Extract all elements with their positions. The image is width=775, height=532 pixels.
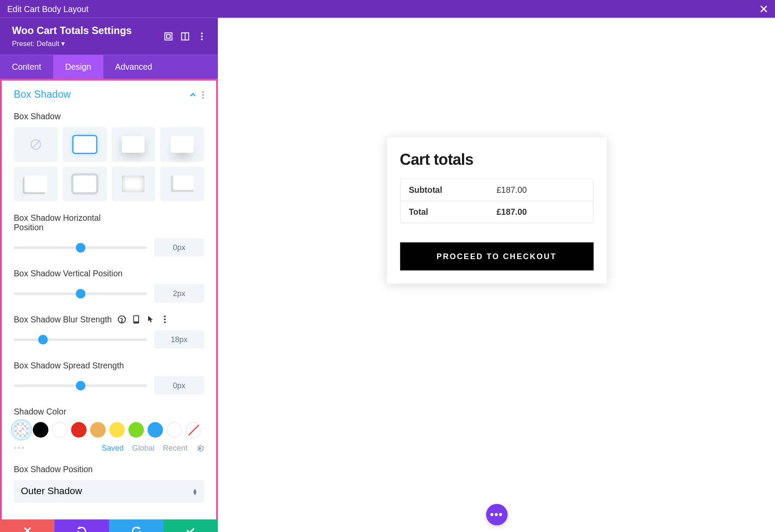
- svg-line-11: [32, 141, 40, 148]
- color-swatch-blue[interactable]: [148, 422, 163, 438]
- color-tab-recent[interactable]: Recent: [163, 444, 187, 453]
- row-value: £187.00: [496, 207, 584, 217]
- cart-title: Cart totals: [400, 151, 593, 169]
- shadow-preset-3[interactable]: [160, 127, 204, 161]
- expand-icon[interactable]: [164, 32, 172, 40]
- sidebar-header: Woo Cart Totals Settings Preset: Default…: [0, 18, 218, 55]
- settings-tabs: Content Design Advanced: [0, 55, 218, 79]
- tab-content[interactable]: Content: [0, 55, 53, 79]
- dots-icon: •••: [490, 508, 503, 521]
- shadow-preset-1[interactable]: [62, 127, 106, 161]
- tab-advanced[interactable]: Advanced: [103, 55, 164, 79]
- select-caret-icon: ▴▾: [193, 488, 197, 495]
- svg-point-18: [164, 322, 166, 323]
- table-row: Subtotal £187.00: [400, 179, 593, 201]
- color-swatch-green[interactable]: [128, 422, 144, 438]
- shadow-preset-2[interactable]: [112, 127, 155, 161]
- blur-value[interactable]: 18px: [154, 330, 205, 349]
- sidebar-title: Woo Cart Totals Settings: [12, 25, 132, 37]
- row-label: Total: [409, 207, 496, 217]
- svg-point-8: [202, 94, 204, 96]
- color-swatch-red[interactable]: [71, 422, 87, 438]
- hover-icon[interactable]: [146, 315, 155, 323]
- spread-label: Box Shadow Spread Strength: [14, 361, 204, 370]
- color-swatch-none[interactable]: [186, 422, 201, 438]
- blur-slider[interactable]: [14, 338, 147, 341]
- kebab-icon[interactable]: [198, 32, 206, 40]
- close-icon: [760, 5, 768, 13]
- undo-icon: [77, 526, 87, 532]
- preview-canvas: Cart totals Subtotal £187.00 Total £187.…: [218, 18, 775, 532]
- color-tab-saved[interactable]: Saved: [102, 444, 124, 453]
- columns-icon[interactable]: [181, 32, 189, 40]
- save-button[interactable]: [164, 520, 218, 532]
- slider-thumb[interactable]: [75, 380, 85, 390]
- shadow-presets-grid: [14, 127, 204, 201]
- color-swatch-black[interactable]: [33, 422, 48, 438]
- cancel-button[interactable]: [0, 520, 55, 532]
- shadow-preset-6[interactable]: [112, 167, 155, 201]
- preset-dropdown[interactable]: Preset: Default ▾: [12, 40, 132, 48]
- tab-design[interactable]: Design: [53, 55, 103, 79]
- svg-point-5: [201, 36, 203, 37]
- spread-value[interactable]: 0px: [154, 376, 205, 395]
- top-bar-title: Edit Cart Body Layout: [7, 4, 89, 14]
- redo-icon: [131, 526, 141, 532]
- color-swatch-white[interactable]: [52, 422, 68, 438]
- position-label: Box Shadow Position: [14, 464, 204, 474]
- undo-button[interactable]: [55, 520, 109, 532]
- vertical-value[interactable]: 2px: [154, 284, 205, 303]
- gear-icon[interactable]: [196, 444, 204, 452]
- svg-point-9: [202, 97, 204, 99]
- row-value: £187.00: [496, 185, 584, 195]
- position-value: Outer Shadow: [21, 486, 82, 497]
- shadow-preset-none[interactable]: [14, 127, 58, 161]
- cart-table: Subtotal £187.00 Total £187.00: [400, 179, 593, 223]
- section-title[interactable]: Box Shadow: [14, 89, 71, 101]
- kebab-icon[interactable]: [161, 315, 169, 323]
- redo-button[interactable]: [109, 520, 164, 532]
- horizontal-label: Box Shadow Horizontal Position: [14, 213, 109, 232]
- horizontal-value[interactable]: 0px: [154, 238, 205, 257]
- color-swatch-orange[interactable]: [90, 422, 105, 438]
- shadow-preset-7[interactable]: [160, 167, 204, 201]
- top-bar: Edit Cart Body Layout: [0, 0, 775, 18]
- color-tab-global[interactable]: Global: [132, 444, 155, 453]
- shadow-presets-label: Box Shadow: [14, 111, 204, 121]
- color-swatch-white2[interactable]: [167, 422, 182, 438]
- chevron-down-icon: ▾: [61, 40, 65, 48]
- chevron-up-icon[interactable]: [189, 91, 197, 99]
- vertical-slider[interactable]: [14, 292, 147, 295]
- shadow-preset-4[interactable]: [14, 167, 58, 201]
- none-icon: [30, 139, 42, 151]
- close-button[interactable]: [760, 5, 768, 13]
- table-row: Total £187.00: [400, 201, 593, 223]
- shadow-preset-5[interactable]: [62, 167, 106, 201]
- color-picker-button[interactable]: [14, 422, 29, 438]
- svg-point-6: [201, 38, 203, 40]
- slider-thumb[interactable]: [75, 289, 85, 298]
- slider-thumb[interactable]: [75, 243, 85, 252]
- vertical-label: Box Shadow Vertical Position: [14, 269, 204, 278]
- more-colors-icon[interactable]: •••: [14, 444, 25, 453]
- kebab-icon[interactable]: [202, 91, 205, 99]
- position-select[interactable]: Outer Shadow ▴▾: [14, 480, 204, 503]
- svg-point-17: [164, 319, 166, 320]
- help-icon[interactable]: [118, 315, 126, 323]
- color-swatch-yellow[interactable]: [109, 422, 125, 438]
- horizontal-slider[interactable]: [14, 246, 147, 249]
- checkout-button[interactable]: PROCEED TO CHECKOUT: [400, 242, 593, 270]
- svg-point-16: [164, 315, 166, 317]
- cart-totals-card: Cart totals Subtotal £187.00 Total £187.…: [387, 137, 606, 284]
- phone-icon[interactable]: [132, 315, 140, 323]
- shadow-color-label: Shadow Color: [14, 407, 204, 416]
- check-icon: [186, 526, 195, 532]
- svg-rect-15: [134, 316, 139, 321]
- svg-rect-0: [165, 33, 172, 40]
- svg-point-7: [202, 91, 204, 93]
- spread-slider[interactable]: [14, 384, 147, 387]
- fab-button[interactable]: •••: [486, 504, 507, 526]
- action-bar: [0, 520, 218, 532]
- design-panel: Box Shadow Box Shadow: [0, 79, 218, 532]
- slider-thumb[interactable]: [38, 334, 48, 344]
